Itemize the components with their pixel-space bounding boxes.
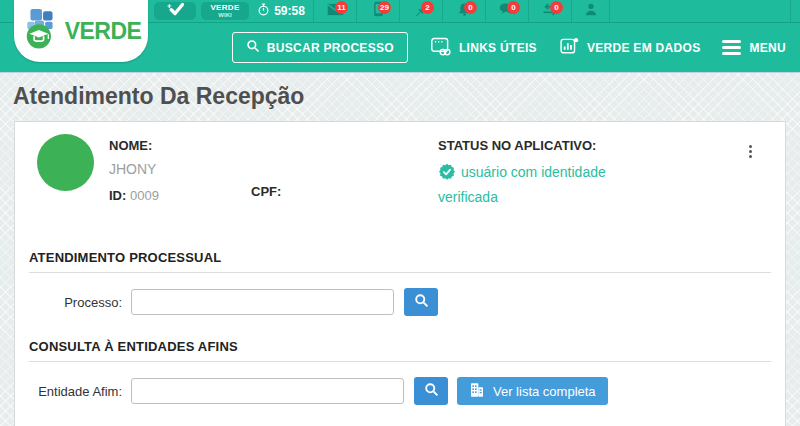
chart-icon	[559, 37, 579, 59]
verde-em-dados-button[interactable]: VERDE EM DADOS	[559, 37, 701, 59]
search-icon	[246, 39, 260, 56]
processo-search-button[interactable]	[404, 288, 438, 316]
person-icon	[584, 2, 598, 21]
check-shortcut-button[interactable]	[154, 2, 196, 20]
notifications-badge: 0	[464, 1, 477, 14]
verde-wiki-button[interactable]: VERDE WIKI	[201, 2, 249, 20]
notifications-button[interactable]: 0	[442, 0, 485, 22]
links-uteis-button[interactable]: LINKS ÚTEIS	[430, 37, 537, 59]
stopwatch-icon	[257, 3, 270, 19]
timer-value: 59:58	[274, 4, 305, 18]
entidade-search-button[interactable]	[414, 377, 448, 405]
buscar-processo-button[interactable]: BUSCAR PROCESSO	[232, 32, 408, 63]
links-icon	[430, 37, 451, 59]
session-timer[interactable]: 59:58	[249, 0, 313, 22]
topbar-spacer	[609, 0, 791, 22]
pinned-button[interactable]: 2	[399, 0, 442, 22]
page-title: Atendimento Da Recepção	[13, 83, 800, 110]
nome-label: NOME:	[109, 138, 159, 153]
entidade-afim-input[interactable]	[131, 378, 404, 404]
section-title: ATENDIMENTO PROCESSUAL	[29, 250, 771, 273]
reception-card: NOME: JHONY ID: 0009 CPF: STATUS NO APLI…	[14, 121, 786, 426]
status-label: STATUS NO APLICATIVO:	[438, 138, 633, 153]
nome-value: JHONY	[109, 161, 159, 177]
hamburger-icon	[722, 40, 741, 55]
entidade-afim-label: Entidade Afim:	[29, 384, 131, 399]
search-icon	[414, 293, 429, 311]
avatar	[37, 134, 94, 191]
processo-label: Processo:	[29, 295, 131, 310]
kebab-menu-icon[interactable]	[747, 143, 754, 160]
id-value: 0009	[130, 188, 159, 203]
section-atendimento-processual: ATENDIMENTO PROCESSUAL Processo:	[29, 250, 771, 316]
chats-button[interactable]: 0	[485, 0, 528, 22]
ver-lista-completa-button[interactable]: Ver lista completa	[457, 377, 608, 405]
status-text: usuário com identidade verificada	[438, 164, 606, 205]
cpf-label: CPF:	[251, 184, 281, 199]
user-summary: NOME: JHONY ID: 0009 CPF: STATUS NO APLI…	[15, 122, 785, 250]
check-plus-icon	[166, 2, 184, 20]
id-label: ID:	[109, 188, 126, 203]
logo-wordmark: VERDE	[65, 18, 142, 45]
app-window: VERDE WIKI 59:58 11 29 2	[0, 0, 800, 426]
processo-input[interactable]	[131, 289, 394, 315]
transfers-button[interactable]: 0	[528, 0, 571, 22]
chats-badge: 0	[507, 1, 520, 14]
status-verified-link[interactable]: usuário com identidade verificada	[438, 160, 633, 209]
pinned-badge: 2	[421, 1, 434, 14]
mobile-badge: 29	[378, 1, 391, 14]
wiki-label: VERDE	[210, 4, 239, 12]
profile-button[interactable]	[571, 0, 609, 22]
mobile-button[interactable]: 29	[356, 0, 399, 22]
menu-button[interactable]: MENU	[722, 40, 786, 55]
section-title: CONSULTA À ENTIDADES AFINS	[29, 339, 771, 362]
messages-button[interactable]: 11	[313, 0, 356, 22]
messages-badge: 11	[335, 1, 348, 14]
transfers-badge: 0	[550, 1, 563, 14]
verified-badge-icon	[438, 163, 456, 181]
building-list-icon	[469, 382, 485, 401]
search-icon	[424, 382, 439, 400]
app-logo[interactable]: VERDE	[14, 0, 148, 62]
verde-logo-icon	[21, 8, 63, 54]
section-entidades-afins: CONSULTA À ENTIDADES AFINS Entidade Afim…	[29, 339, 771, 405]
